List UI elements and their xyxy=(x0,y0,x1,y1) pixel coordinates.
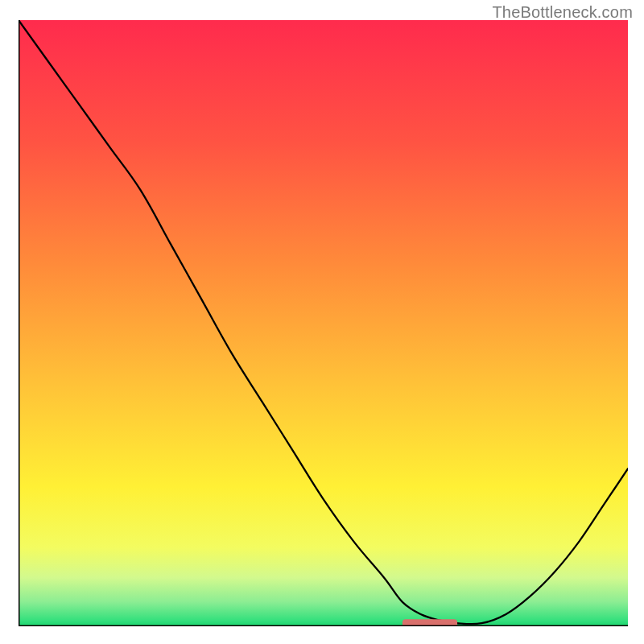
plot-area xyxy=(19,20,628,626)
plot-svg xyxy=(19,20,628,626)
watermark-text: TheBottleneck.com xyxy=(492,3,633,22)
gradient-rect xyxy=(19,20,628,626)
chart-container: TheBottleneck.com xyxy=(0,0,644,644)
